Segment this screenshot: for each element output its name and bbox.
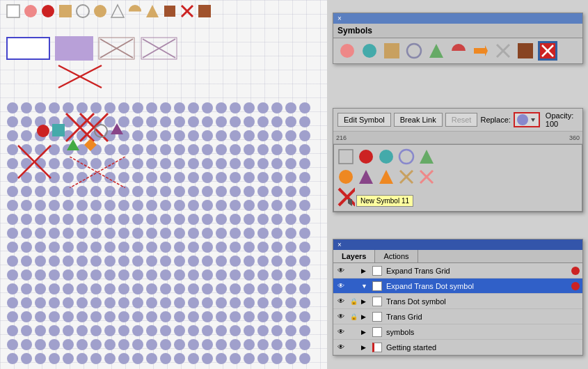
dot-cell <box>131 338 145 352</box>
layer-eye-2[interactable]: 👁 <box>336 281 346 291</box>
canvas-mid-symbols <box>6 36 178 61</box>
dot-cell <box>131 143 145 157</box>
svg-point-36 <box>340 44 354 58</box>
dot-cell <box>89 338 103 352</box>
sym-teal-circle-item[interactable] <box>360 41 379 61</box>
picker-red-x-big[interactable] <box>337 188 355 206</box>
canvas-top-symbols <box>6 3 212 19</box>
layer-lock-5[interactable] <box>349 327 358 337</box>
layer-row-expand-trans-grid[interactable]: 👁 ▶ Expand Trans Grid <box>333 263 582 278</box>
picker-red-circle[interactable] <box>357 148 375 166</box>
layer-eye-4[interactable]: 👁 <box>336 312 346 322</box>
symbols-panel-close[interactable]: × <box>337 15 342 22</box>
dot-cell <box>33 296 47 310</box>
dot-cell <box>145 324 159 338</box>
layer-eye-5[interactable]: 👁 <box>336 327 346 337</box>
svg-rect-28 <box>52 124 65 136</box>
layer-lock-1[interactable] <box>349 266 358 276</box>
sym-brown-rect-item[interactable] <box>516 41 535 61</box>
picker-rect-outline[interactable] <box>337 148 355 166</box>
layers-close[interactable]: × <box>337 241 342 249</box>
dot-cell <box>242 212 256 226</box>
layer-arrow-6[interactable]: ▶ <box>361 344 370 351</box>
dot-cell <box>103 352 117 366</box>
dot-cell <box>256 324 270 338</box>
dot-cell <box>33 338 47 352</box>
picker-orange-triangle[interactable] <box>377 168 395 186</box>
reset-button[interactable]: Reset <box>445 113 478 127</box>
dot-cell <box>284 143 298 157</box>
picker-pink-x[interactable] <box>418 168 436 186</box>
layer-eye-1[interactable]: 👁 <box>336 266 346 276</box>
dot-cell <box>200 268 214 282</box>
layer-eye-3[interactable]: 👁 <box>336 297 346 306</box>
layer-lock-2[interactable] <box>349 281 358 291</box>
dot-cell <box>256 143 270 157</box>
dot-cell <box>61 268 75 282</box>
picker-tan-x[interactable] <box>397 168 415 186</box>
dot-cell <box>256 157 270 171</box>
break-link-button[interactable]: Break Link <box>394 113 443 127</box>
sym-circle-outline-item[interactable] <box>404 41 424 61</box>
layer-arrow-5[interactable]: ▶ <box>361 329 370 336</box>
sym-arrow-item[interactable] <box>471 41 491 61</box>
sym-x-red <box>180 3 195 19</box>
edit-symbol-button[interactable]: Edit Symbol <box>337 113 391 127</box>
layer-lock-4[interactable]: 🔒 <box>349 312 358 322</box>
layer-lock-6[interactable] <box>349 343 358 352</box>
dot-cell <box>186 268 200 282</box>
dot-cell <box>228 296 242 310</box>
layer-row-trans-grid[interactable]: 👁 🔒 ▶ Trans Grid <box>333 309 582 324</box>
layer-arrow-3[interactable]: ▶ <box>361 298 370 305</box>
dot-cell <box>242 184 256 198</box>
dot-cell <box>33 254 47 268</box>
dot-cell <box>103 254 117 268</box>
tab-layers[interactable]: Layers <box>333 250 375 262</box>
svg-marker-8 <box>146 5 159 17</box>
layer-row-getting-started[interactable]: 👁 ▶ Getting started <box>333 340 582 355</box>
svg-marker-55 <box>359 170 373 184</box>
tab-actions[interactable]: Actions <box>375 250 418 262</box>
dot-cell <box>186 115 200 129</box>
layer-eye-6[interactable]: 👁 <box>336 343 346 352</box>
svg-point-51 <box>379 150 393 164</box>
picker-green-triangle[interactable] <box>418 148 436 166</box>
layer-row-symbols[interactable]: 👁 ▶ symbols <box>333 324 582 340</box>
picker-orange-circle[interactable] <box>337 168 355 186</box>
dot-cell <box>159 129 173 143</box>
dot-cell <box>173 268 186 282</box>
picker-purple-triangle[interactable] <box>357 168 375 186</box>
layer-row-expand-trans-dot[interactable]: 👁 ▼ Expand Trans Dot symbol <box>333 278 582 294</box>
dot-cell <box>89 198 103 212</box>
dot-cell <box>214 198 228 212</box>
dot-cell <box>6 268 19 282</box>
dot-cell <box>131 240 145 254</box>
dot-cell <box>117 324 131 338</box>
picker-purple-outline[interactable] <box>397 148 415 166</box>
dot-cell <box>242 254 256 268</box>
picker-teal-circle[interactable] <box>377 148 395 166</box>
layer-lock-3[interactable]: 🔒 <box>349 297 358 306</box>
replace-dropdown[interactable] <box>514 112 540 127</box>
sym-half-item[interactable] <box>449 41 468 61</box>
sym-x-red-item[interactable] <box>538 41 557 61</box>
sym-pink-circle-item[interactable] <box>337 41 357 61</box>
sym-triangle-item[interactable] <box>427 41 446 61</box>
layer-row-trans-dot[interactable]: 👁 🔒 ▶ Trans Dot symbol <box>333 294 582 309</box>
layer-arrow-4[interactable]: ▶ <box>361 313 370 320</box>
layer-arrow-1[interactable]: ▶ <box>361 267 370 274</box>
layers-tabs: Layers Actions <box>333 250 582 263</box>
dot-cell <box>186 157 200 171</box>
dot-cell <box>284 310 298 324</box>
sym-x-item[interactable] <box>493 41 513 61</box>
dot-cell <box>89 268 103 282</box>
dot-cell <box>256 310 270 324</box>
dot-cell <box>117 198 131 212</box>
dot-cell <box>214 212 228 226</box>
layer-name-6: Getting started <box>386 343 580 352</box>
sym-tan-rect-item[interactable] <box>382 41 402 61</box>
dot-cell <box>19 198 33 212</box>
sym-picker: New Symbol 11 <box>333 144 582 212</box>
dot-cell <box>61 352 75 366</box>
layer-arrow-2[interactable]: ▼ <box>361 283 370 290</box>
